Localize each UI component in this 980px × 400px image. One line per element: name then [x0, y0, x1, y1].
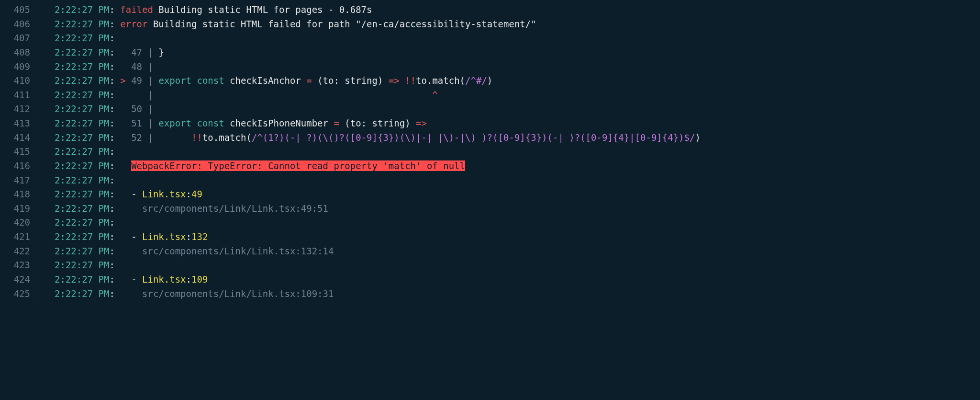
timestamp-colon: : [109, 288, 120, 299]
timestamp-colon: : [109, 189, 120, 199]
timestamp-colon: : [109, 75, 120, 86]
log-segment: /^(1?)(-| ?)(\()?([0-9]{3})(\)|-| |\)-|\… [252, 132, 695, 143]
log-content: 2:22:27 PM: src/components/Link/Link.tsx… [37, 202, 980, 216]
log-segment: Building static HTML for pages - 0.687s [153, 4, 372, 15]
log-segment: const [197, 118, 224, 128]
log-row[interactable]: 4102:22:27 PM: > 49 | export const check… [0, 74, 980, 88]
timestamp: 2:22:27 PM [55, 75, 109, 86]
log-row[interactable]: 4192:22:27 PM: src/components/Link/Link.… [0, 202, 980, 216]
timestamp: 2:22:27 PM [55, 146, 109, 157]
log-row[interactable]: 4252:22:27 PM: src/components/Link/Link.… [0, 287, 980, 301]
log-content: 2:22:27 PM: [37, 258, 980, 273]
log-content: 2:22:27 PM: 50 | [37, 102, 980, 116]
timestamp: 2:22:27 PM [55, 160, 109, 171]
log-row[interactable]: 4052:22:27 PM: failed Building static HT… [0, 3, 980, 17]
log-segment [191, 75, 197, 86]
log-segment: : [186, 274, 191, 285]
log-segment: Link.tsx [142, 274, 186, 285]
log-segment: !! [191, 132, 202, 143]
line-number: 419 [0, 202, 37, 216]
timestamp-colon: : [109, 160, 120, 171]
log-row[interactable]: 4242:22:27 PM: - Link.tsx:109 [0, 273, 980, 287]
log-row[interactable]: 4232:22:27 PM: [0, 258, 980, 273]
log-row[interactable]: 4162:22:27 PM: WebpackError: TypeError: … [0, 159, 980, 173]
log-segment: Link.tsx [142, 231, 186, 242]
timestamp-colon: : [109, 217, 120, 228]
log-segment: > [120, 75, 125, 86]
log-row[interactable]: 4092:22:27 PM: 48 | [0, 60, 980, 74]
log-content: 2:22:27 PM: - Link.tsx:132 [37, 230, 980, 244]
log-segment: src/components/Link/Link.tsx:49:51 [120, 203, 328, 214]
line-number: 410 [0, 74, 37, 88]
timestamp: 2:22:27 PM [55, 260, 109, 270]
log-segment: failed [120, 4, 153, 15]
line-number: 418 [0, 187, 37, 202]
log-segment: 52 | [120, 132, 158, 143]
timestamp-colon: : [109, 260, 120, 270]
log-content: 2:22:27 PM: [37, 173, 980, 188]
line-number: 413 [0, 116, 37, 131]
timestamp-colon: : [109, 103, 120, 114]
timestamp: 2:22:27 PM [55, 288, 109, 299]
log-row[interactable]: 4072:22:27 PM: [0, 31, 980, 46]
line-number: 406 [0, 17, 37, 32]
log-row[interactable]: 4202:22:27 PM: [0, 216, 980, 230]
log-segment: to.match( [202, 132, 252, 143]
log-segment: export [158, 118, 191, 128]
log-segment: 132 [191, 231, 208, 242]
log-row[interactable]: 4082:22:27 PM: 47 | } [0, 46, 980, 60]
log-segment: => [416, 118, 427, 128]
timestamp: 2:22:27 PM [55, 132, 109, 143]
log-content: 2:22:27 PM: failed Building static HTML … [37, 3, 980, 17]
log-content: 2:22:27 PM: 51 | export const checkIsPho… [37, 116, 980, 131]
log-segment [120, 160, 131, 171]
log-segment: 51 | [120, 118, 158, 128]
log-content: 2:22:27 PM: [37, 216, 980, 230]
log-row[interactable]: 4172:22:27 PM: [0, 173, 980, 188]
timestamp: 2:22:27 PM [55, 189, 109, 199]
log-content: 2:22:27 PM: WebpackError: TypeError: Can… [37, 159, 980, 173]
log-segment: src/components/Link/Link.tsx:109:31 [120, 288, 334, 299]
log-segment: | [120, 90, 432, 100]
log-segment: 47 | [120, 47, 158, 57]
log-row[interactable]: 4062:22:27 PM: error Building static HTM… [0, 17, 980, 32]
line-number: 405 [0, 3, 37, 17]
timestamp-colon: : [109, 118, 120, 128]
log-segment: src/components/Link/Link.tsx:132:14 [120, 246, 334, 256]
log-row[interactable]: 4132:22:27 PM: 51 | export const checkIs… [0, 116, 980, 131]
log-segment: Link.tsx [142, 189, 186, 199]
timestamp: 2:22:27 PM [55, 246, 109, 256]
log-row[interactable]: 4182:22:27 PM: - Link.tsx:49 [0, 187, 980, 202]
log-segment [158, 132, 191, 143]
timestamp: 2:22:27 PM [55, 19, 109, 29]
log-segment: 109 [191, 274, 208, 285]
log-segment: checkIsPhoneNumber [224, 118, 334, 128]
line-number: 414 [0, 131, 37, 145]
timestamp-colon: : [109, 274, 120, 285]
log-content: 2:22:27 PM: [37, 145, 980, 159]
line-number: 408 [0, 46, 37, 60]
log-row[interactable]: 4112:22:27 PM: | ^ [0, 88, 980, 103]
line-number: 423 [0, 258, 37, 273]
timestamp-colon: : [109, 132, 120, 143]
log-segment: : [186, 189, 191, 199]
log-segment [191, 118, 197, 128]
log-row[interactable]: 4142:22:27 PM: 52 | !!to.match(/^(1?)(-|… [0, 131, 980, 145]
log-content: 2:22:27 PM: src/components/Link/Link.tsx… [37, 244, 980, 259]
timestamp-colon: : [109, 19, 120, 29]
line-number: 416 [0, 159, 37, 173]
line-number: 422 [0, 244, 37, 259]
log-row[interactable]: 4222:22:27 PM: src/components/Link/Link.… [0, 244, 980, 259]
log-row[interactable]: 4152:22:27 PM: [0, 145, 980, 159]
log-row[interactable]: 4122:22:27 PM: 50 | [0, 102, 980, 116]
log-content: 2:22:27 PM: - Link.tsx:49 [37, 187, 980, 202]
line-number: 415 [0, 145, 37, 159]
log-row[interactable]: 4212:22:27 PM: - Link.tsx:132 [0, 230, 980, 244]
log-content: 2:22:27 PM: src/components/Link/Link.tsx… [37, 287, 980, 301]
timestamp-colon: : [109, 146, 120, 157]
timestamp: 2:22:27 PM [55, 231, 109, 242]
line-number: 421 [0, 230, 37, 244]
log-segment: (to: string) [339, 118, 416, 128]
log-segment: = [334, 118, 339, 128]
log-segment: 49 | [126, 75, 159, 86]
